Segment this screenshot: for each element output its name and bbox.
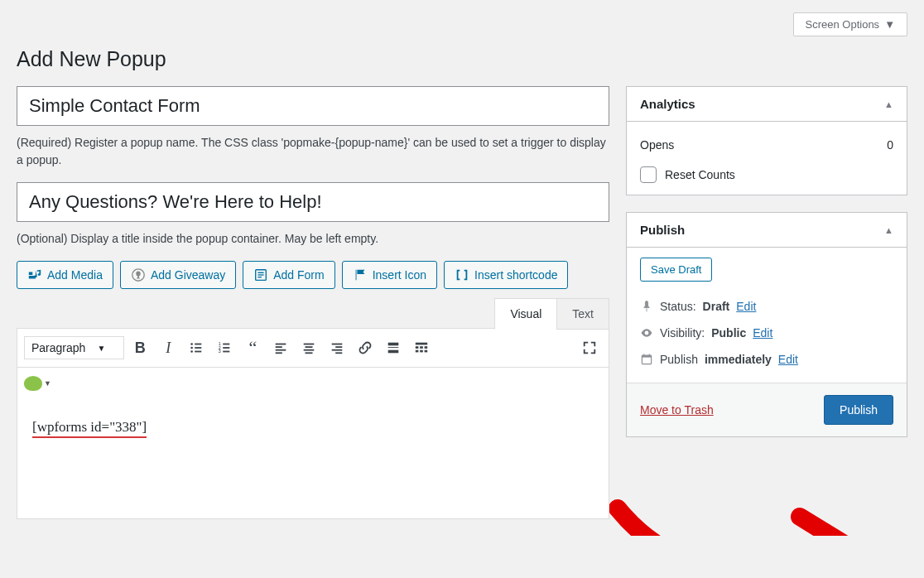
read-more-button[interactable] [381, 335, 406, 360]
reset-counts-label: Reset Counts [665, 168, 735, 181]
svg-rect-32 [416, 343, 427, 345]
tab-text[interactable]: Text [556, 298, 609, 330]
format-select[interactable]: Paragraph ▼ [24, 336, 124, 359]
svg-point-9 [191, 350, 194, 353]
popup-name-help-text: (Required) Register a popup name. The CS… [17, 134, 609, 169]
pin-icon [640, 300, 653, 313]
svg-rect-29 [388, 343, 399, 346]
eye-icon [640, 326, 653, 340]
chevron-up-icon: ▲ [884, 225, 893, 235]
visibility-value: Public [711, 326, 746, 340]
svg-point-5 [191, 343, 194, 345]
align-center-button[interactable] [296, 335, 321, 360]
edit-status-link[interactable]: Edit [736, 300, 756, 313]
annotation-arrow-icon [609, 459, 924, 536]
svg-rect-14 [223, 347, 229, 349]
svg-rect-27 [332, 349, 343, 351]
chevron-down-icon: ▼ [884, 18, 895, 31]
checkbox-icon [640, 166, 657, 183]
svg-rect-22 [306, 346, 313, 348]
svg-rect-21 [304, 344, 315, 345]
svg-rect-38 [425, 350, 428, 353]
edit-visibility-link[interactable]: Edit [753, 326, 772, 340]
svg-rect-16 [223, 351, 229, 353]
publish-panel: Publish ▲ Save Draft Status: Draft Edit … [626, 212, 907, 437]
flag-icon [353, 267, 368, 282]
opens-label: Opens [640, 138, 674, 152]
publish-date-label: Publish [660, 353, 698, 366]
screen-options-button[interactable]: Screen Options ▼ [793, 12, 907, 36]
svg-rect-34 [420, 346, 423, 349]
svg-rect-10 [195, 351, 201, 353]
form-icon [253, 267, 268, 282]
popup-title-input[interactable] [17, 182, 609, 222]
publish-panel-title: Publish [640, 223, 685, 237]
align-right-button[interactable] [325, 335, 349, 360]
svg-rect-37 [420, 350, 423, 353]
svg-text:3: 3 [219, 349, 221, 354]
move-to-trash-link[interactable]: Move to Trash [640, 403, 714, 417]
toolbar-toggle-button[interactable] [409, 335, 434, 360]
insert-icon-button[interactable]: Insert Icon [342, 261, 437, 289]
page-title: Add New Popup [17, 47, 907, 71]
camera-music-icon [27, 267, 42, 282]
italic-button[interactable]: I [156, 335, 180, 360]
insert-shortcode-button[interactable]: Insert shortcode [444, 261, 568, 289]
reset-counts-checkbox[interactable]: Reset Counts [640, 166, 893, 183]
editor-toolbar: Paragraph ▼ B I 123 “ [17, 329, 609, 368]
screen-options-label: Screen Options [806, 18, 880, 31]
svg-rect-26 [335, 346, 342, 348]
svg-rect-33 [416, 346, 419, 349]
svg-rect-40 [642, 355, 651, 357]
fullscreen-button[interactable] [577, 335, 602, 360]
status-label: Status: [660, 300, 696, 313]
svg-rect-24 [306, 352, 313, 354]
svg-rect-6 [195, 344, 201, 345]
popup-title-help-text: (Optional) Display a title inside the po… [17, 230, 609, 248]
editor-content-area[interactable]: [wpforms id="338"] [17, 402, 609, 518]
popup-maker-shortcode-button[interactable]: ▼ [24, 371, 51, 396]
svg-rect-23 [304, 349, 315, 351]
svg-rect-17 [276, 344, 286, 345]
svg-point-7 [191, 347, 194, 349]
edit-date-link[interactable]: Edit [778, 353, 798, 366]
svg-rect-30 [388, 347, 399, 348]
status-value: Draft [703, 300, 730, 313]
analytics-panel-header[interactable]: Analytics ▲ [627, 87, 907, 122]
svg-rect-31 [388, 350, 399, 354]
analytics-panel: Analytics ▲ Opens 0 Reset Counts [626, 86, 907, 195]
chevron-up-icon: ▲ [884, 99, 893, 109]
analytics-panel-title: Analytics [640, 97, 695, 111]
publish-panel-header[interactable]: Publish ▲ [627, 213, 907, 248]
bulleted-list-button[interactable] [184, 335, 209, 360]
visibility-label: Visibility: [660, 326, 705, 340]
chevron-down-icon: ▼ [44, 379, 51, 388]
brackets-icon [455, 267, 469, 282]
tab-visual[interactable]: Visual [494, 298, 557, 330]
svg-rect-36 [416, 350, 419, 353]
blockquote-button[interactable]: “ [240, 335, 265, 360]
svg-rect-18 [276, 346, 282, 348]
add-form-button[interactable]: Add Form [243, 261, 334, 289]
calendar-icon [640, 353, 653, 366]
popup-name-input[interactable] [17, 86, 609, 126]
save-draft-button[interactable]: Save Draft [640, 258, 712, 282]
trophy-icon [131, 267, 146, 282]
bold-button[interactable]: B [128, 335, 152, 360]
add-media-button[interactable]: Add Media [17, 261, 113, 289]
link-button[interactable] [353, 335, 378, 360]
numbered-list-button[interactable]: 123 [212, 335, 237, 360]
opens-count: 0 [887, 138, 893, 152]
svg-rect-20 [276, 352, 282, 354]
add-giveaway-button[interactable]: Add Giveaway [120, 261, 236, 289]
align-left-button[interactable] [268, 335, 293, 360]
svg-rect-28 [335, 352, 342, 354]
publish-date-value: immediately [705, 353, 772, 366]
publish-button[interactable]: Publish [824, 395, 893, 425]
svg-rect-8 [195, 347, 201, 349]
chevron-down-icon: ▼ [97, 344, 105, 353]
svg-rect-12 [223, 344, 229, 345]
svg-rect-19 [276, 349, 286, 351]
editor-shortcode-text: [wpforms id="338"] [32, 419, 147, 438]
svg-rect-35 [425, 346, 428, 349]
